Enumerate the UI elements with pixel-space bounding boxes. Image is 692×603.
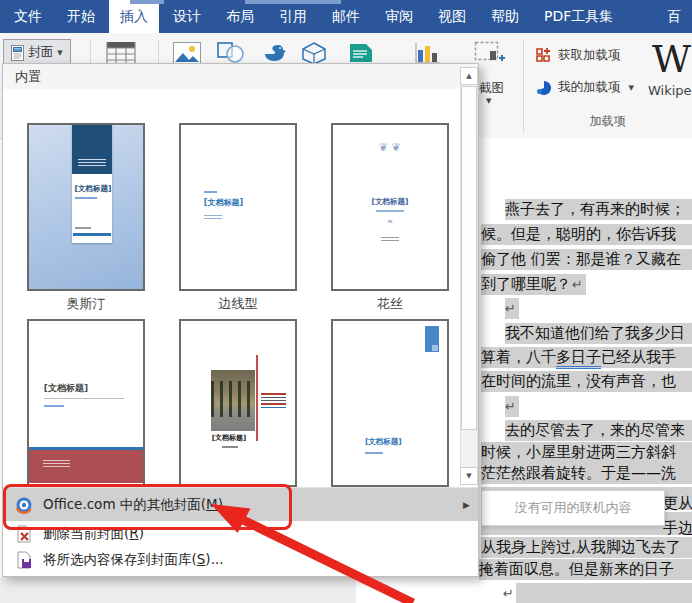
text-segment: 燕子去了，有再来的时候； xyxy=(505,200,685,218)
get-addins-label: 获取加载项 xyxy=(558,47,621,64)
table-icon[interactable] xyxy=(106,41,136,65)
document-text-line: ↵ xyxy=(503,583,514,603)
text-segment: ↵ xyxy=(505,301,516,316)
tooltip-text: 没有可用的联机内容 xyxy=(515,499,632,517)
text-segment: 已经从我手 xyxy=(601,348,676,366)
menu-item-label: 将所选内容保存到封面库(S)... xyxy=(43,551,224,569)
scroll-up-icon[interactable]: ▲ xyxy=(460,67,478,85)
ribbon-tab[interactable]: 帮助 xyxy=(480,0,530,33)
cover-title-placeholder: [文档标题] xyxy=(365,437,402,447)
ribbon-tab[interactable]: 文件 xyxy=(3,0,53,33)
scroll-down-icon[interactable]: ▼ xyxy=(460,467,478,485)
document-text-line: 时候，小屋里射进两三方斜斜 xyxy=(481,442,692,463)
wikipedia-logo[interactable]: W xyxy=(652,40,691,78)
document-text-line: 燕子去了，有再来的时候； xyxy=(505,199,692,220)
cover-template-item[interactable]: ❦ ❦ [文档标题] ❧ 奥斯汀 xyxy=(22,123,150,313)
chevron-down-icon: ▼ xyxy=(629,84,634,92)
icons-duck-icon[interactable] xyxy=(258,41,288,65)
document-text-line xyxy=(516,583,692,603)
submenu-arrow-icon: ▶ xyxy=(463,500,470,510)
save-icon xyxy=(15,551,33,569)
ribbon-tab[interactable]: 邮件 xyxy=(321,0,371,33)
spellcheck-underlined-text: 多日子 xyxy=(556,348,601,369)
picture-icon[interactable] xyxy=(172,41,202,65)
document-text-line: 掩着面叹息。但是新来的日子 xyxy=(479,559,692,580)
cover-template-item[interactable]: ❦ ❦ [文档标题] ❧ 花丝 xyxy=(326,123,454,313)
document-text-line: 更从 xyxy=(663,493,692,514)
addins-group-label: 加载项 xyxy=(523,113,692,130)
cover-template-item[interactable]: ❦ ❦ [文档标题] ❧ 离子(浅色) xyxy=(326,319,454,509)
smartart-icon[interactable] xyxy=(346,41,376,65)
document-text-line: ↵ xyxy=(505,298,519,319)
screenshot-label[interactable]: 截图 xyxy=(479,80,504,97)
document-text-line: 到了哪里呢？↵ xyxy=(481,274,586,295)
cover-thumbnail: ❦ ❦ [文档标题] ❧ xyxy=(27,319,145,487)
text-segment: 到了哪里呢？ xyxy=(481,275,571,293)
titlebar-artifact xyxy=(245,0,341,4)
my-addins-label: 我的加载项 xyxy=(558,79,621,96)
cover-title-placeholder: [文档标题] xyxy=(75,184,112,194)
gallery-scrollbar-thumb[interactable] xyxy=(461,86,477,430)
text-segment: 手边 xyxy=(663,519,692,537)
cover-title-placeholder: [文档标题] xyxy=(204,197,243,208)
titlebar-artifact xyxy=(130,0,164,4)
text-segment: 算着，八千 xyxy=(481,348,556,366)
cover-template-name: 边线型 xyxy=(174,295,302,313)
cover-template-name: 花丝 xyxy=(326,295,454,313)
cover-template-item[interactable]: ❦ ❦ [文档标题] ❧ 怀旧 xyxy=(22,319,150,509)
document-text-line: 手边 xyxy=(663,518,692,539)
word-window: { "tabs": { "items": [ {"label":"文件"}, {… xyxy=(0,0,692,603)
document-text-line: 我不知道他们给了我多少日 xyxy=(505,323,692,344)
text-segment: 去的尽管去了，来的尽管来 xyxy=(505,421,685,439)
text-segment: 我不知道他们给了我多少日 xyxy=(505,324,685,342)
ribbon-tab[interactable]: 插入 xyxy=(109,0,159,33)
ribbon-tab[interactable]: 审阅 xyxy=(374,0,424,33)
document-text-line: 从我身上跨过,从我脚边飞去了 xyxy=(481,537,692,558)
document-text-line: 茫茫然跟着旋转。于是——洗 xyxy=(481,463,692,484)
ribbon-tab[interactable]: 视图 xyxy=(427,0,477,33)
shapes-icon[interactable] xyxy=(216,41,246,65)
document-text-line: 偷了他 们罢：那是谁？又藏在 xyxy=(481,249,692,270)
paragraph-mark: ↵ xyxy=(572,277,583,292)
wikipedia-label[interactable]: Wikipe xyxy=(648,83,692,98)
ribbon-tab[interactable]: 开始 xyxy=(56,0,106,33)
text-segment: 茫茫然跟着旋转。于是——洗 xyxy=(481,464,676,482)
get-addins-button[interactable]: 获取加载项 xyxy=(535,47,621,64)
cover-template-name: 奥斯汀 xyxy=(22,295,150,313)
ribbon-tab[interactable]: 布局 xyxy=(215,0,265,33)
text-segment: 在时间的流里，没有声音，也 xyxy=(481,372,676,390)
text-segment: 更从 xyxy=(663,494,692,512)
document-text-line: 去的尽管去了，来的尽管来 xyxy=(505,420,692,441)
chevron-down-icon: ▼ xyxy=(57,49,62,57)
text-segment: 从我身上跨过,从我脚边飞去了 xyxy=(481,538,681,556)
threed-model-icon[interactable] xyxy=(300,41,328,65)
cover-title-placeholder: [文档标题] xyxy=(333,197,447,207)
dropdown-menu-item[interactable]: 将所选内容保存到封面库(S)... xyxy=(3,547,478,573)
cover-page-button[interactable]: 封面 ▼ xyxy=(3,39,71,66)
text-segment: ↵ xyxy=(503,586,514,601)
cover-template-item[interactable]: ❦ ❦ [文档标题] ❧ 积分 xyxy=(174,319,302,509)
document-page-edge xyxy=(356,577,479,603)
ribbon-tab[interactable]: 引用 xyxy=(268,0,318,33)
cover-title-placeholder: [文档标题] xyxy=(212,433,246,443)
text-segment: ↵ xyxy=(505,399,516,414)
document-area[interactable]: 燕子去了，有再来的时候；候。但是，聪明的，你告诉我偷了他 们罢：那是谁？又藏在到… xyxy=(479,138,692,603)
ribbon-tab[interactable]: PDF工具集 xyxy=(533,0,624,33)
document-text-line: 在时间的流里，没有声音，也 xyxy=(481,371,692,392)
chart-icon[interactable] xyxy=(414,41,442,65)
cover-template-item[interactable]: ❦ ❦ [文档标题] ❧ 边线型 xyxy=(174,123,302,313)
ribbon-tab[interactable]: 设计 xyxy=(162,0,212,33)
text-segment: 掩着面叹息。但是新来的日子 xyxy=(479,560,674,578)
cover-thumbnail: ❦ ❦ [文档标题] ❧ xyxy=(179,123,297,291)
cover-title-placeholder: [文档标题] xyxy=(44,382,88,395)
text-segment: 偷了他 们罢：那是谁？又藏在 xyxy=(481,250,681,268)
no-online-content-tooltip: 没有可用的联机内容 xyxy=(481,490,665,526)
my-addins-button[interactable]: 我的加载项 ▼ xyxy=(535,79,634,96)
ribbon-tab[interactable]: 百 xyxy=(656,0,692,33)
text-segment: 候。但是，聪明的，你告诉我 xyxy=(481,225,676,243)
chevron-down-icon[interactable]: ▼ xyxy=(486,97,491,105)
get-addins-icon xyxy=(535,47,552,64)
document-text-line: ↵ xyxy=(505,396,519,417)
annotation-red-rectangle xyxy=(3,484,292,530)
builtin-header: 内置 xyxy=(3,64,478,89)
